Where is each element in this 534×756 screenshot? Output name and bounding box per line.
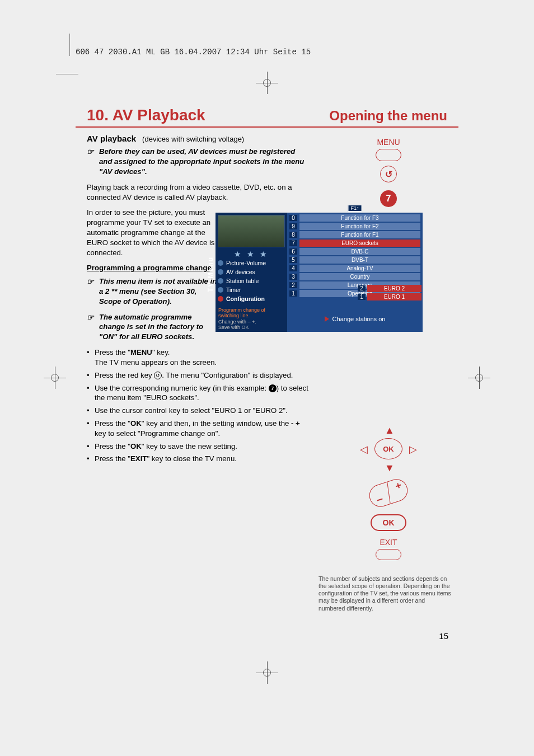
- osd-config-row: 9Function for F2: [287, 222, 423, 231]
- osd-config-row: 6DVB-C: [287, 247, 423, 256]
- step-press-red: • Press the red key ↺. The menu "Configu…: [87, 370, 308, 381]
- dpad-diagram: ▲ ▼ ◁ ▷ OK + – OK EXIT: [358, 427, 419, 562]
- osd-config-row: 3Country: [287, 273, 423, 281]
- osd-config-row: 5DVB-T: [287, 256, 423, 264]
- arrow-left-icon: ◁: [360, 443, 368, 456]
- ok-button-icon: OK: [374, 438, 402, 459]
- pointer-icon: ☞: [87, 147, 99, 176]
- arrow-up-icon: ▲: [385, 425, 395, 436]
- subheading: AV playback: [87, 134, 136, 143]
- osd-stars: ★ ★ ★: [218, 250, 285, 259]
- osd-footer: Change stations on: [287, 306, 423, 332]
- step-press-menu: • Press the "MENU" key. The TV menu appe…: [87, 348, 308, 368]
- chapter-title: 10. AV Playback: [87, 106, 205, 124]
- menu-button-icon: [376, 149, 401, 161]
- programming-heading: Programming a programme change: [87, 263, 218, 273]
- paragraph: Playing back a recording from a video ca…: [87, 182, 308, 203]
- osd-menu-item: AV devices: [218, 267, 285, 276]
- red-key-icon: ↺: [154, 372, 162, 379]
- subheading-note: (devices with switching voltage): [142, 135, 244, 143]
- numeric-key-icon: 7: [269, 384, 277, 392]
- page-number: 15: [439, 631, 448, 641]
- osd-side-tab: TV-Menu: [207, 256, 214, 292]
- osd-badge: F1↑: [348, 205, 362, 212]
- osd-config-row: 7EURO sockets: [287, 239, 423, 247]
- osd-euro-panel: 2EURO 2 1EURO 1: [357, 284, 423, 301]
- red-key-icon: ↺: [380, 166, 397, 182]
- exit-label: EXIT: [358, 538, 419, 547]
- menu-label: MENU: [318, 138, 458, 147]
- pointer-icon: ☞: [87, 276, 99, 306]
- note-factory-default: ☞ The automatic programme change is set …: [87, 312, 218, 342]
- step-press-ok-setting: • Press the "OK" key and then, in the se…: [87, 419, 308, 439]
- osd-euro-row: 1EURO 1: [357, 293, 423, 301]
- osd-menu-item: Picture-Volume: [218, 259, 285, 267]
- osd-config-row: 8Function for F1: [287, 231, 423, 239]
- osd-euro-row: 2EURO 2: [357, 284, 423, 293]
- osd-config-row: 4Analog-TV: [287, 264, 423, 273]
- exit-button-icon: [376, 549, 401, 560]
- play-icon: [325, 316, 329, 322]
- ok-pill-icon: OK: [371, 514, 406, 531]
- paragraph: In order to see the picture, you must pr…: [87, 208, 218, 257]
- osd-screenshot: TV-Menu ★ ★ ★ Picture-Volume AV devices …: [216, 213, 423, 332]
- step-cursor-select: • Use the cursor control key to select "…: [87, 406, 308, 416]
- pointer-icon: ☞: [87, 312, 99, 342]
- note-not-available: ☞ This menu item is not available in a 2…: [87, 276, 218, 306]
- step-press-exit: • Press the "EXIT" key to close the TV m…: [87, 454, 308, 464]
- footnote: The number of subjects and sections depe…: [318, 575, 453, 612]
- note-before-use: ☞ Before they can be used, AV devices mu…: [87, 147, 308, 176]
- title-rule: [76, 126, 458, 128]
- osd-preview-thumb: [218, 215, 285, 247]
- osd-config-row: 0Function for F3: [287, 214, 423, 222]
- osd-menu-item-selected: Configuration: [218, 294, 285, 303]
- plus-minus-icon: + –: [367, 476, 411, 510]
- print-header: 606 47 2030.A1 ML GB 16.04.2007 12:34 Uh…: [76, 48, 311, 57]
- arrow-down-icon: ▼: [385, 462, 395, 474]
- arrow-right-icon: ▷: [409, 443, 417, 456]
- osd-hint: Programm change of switching line. Chang…: [216, 306, 287, 332]
- section-title: Opening the menu: [329, 108, 447, 124]
- osd-menu-item: Timer: [218, 285, 285, 294]
- step-numeric-key: • Use the corresponding numeric key (in …: [87, 383, 308, 403]
- step-press-ok-save: • Press the "OK" key to save the new set…: [87, 442, 308, 452]
- crop-mark: [69, 34, 70, 56]
- num-key-icon: 7: [380, 190, 397, 207]
- osd-menu-item: Station table: [218, 276, 285, 285]
- crop-mark: [56, 74, 78, 74]
